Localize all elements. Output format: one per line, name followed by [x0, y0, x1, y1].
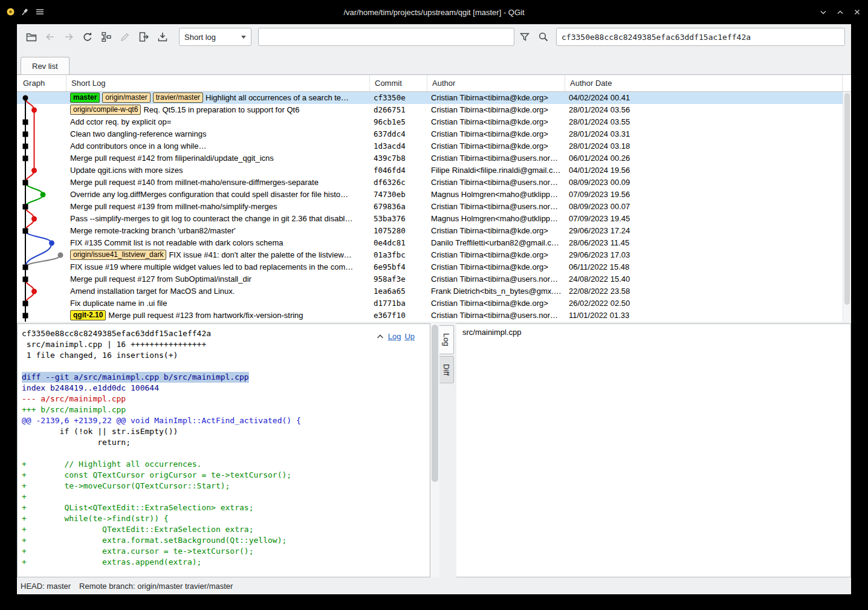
diff-line: @@ -2139,6 +2139,22 @@ void MainImpl::Ac…: [22, 415, 427, 426]
commit-row[interactable]: Add cctor req. by explicit op=96cb1e5Cri…: [17, 116, 851, 128]
commit-list: masterorigin/mastertravier/masterHighlig…: [17, 92, 851, 322]
ref-badge: master: [70, 92, 100, 103]
apply-patch-button[interactable]: [135, 28, 152, 45]
commit-row[interactable]: Merge remote-tracking branch 'urban82/ma…: [17, 225, 851, 237]
commit-subject-cell: Override any log.diffMerges configuratio…: [66, 189, 370, 201]
filter-icon[interactable]: [516, 28, 533, 45]
save-patch-button[interactable]: [154, 28, 171, 45]
forward-button[interactable]: [60, 28, 77, 45]
commit-author: Cristian Tibirna<tibirna@users.nor…: [427, 152, 565, 164]
view-mode-select[interactable]: Short log: [179, 28, 251, 46]
column-header-commit[interactable]: Commit: [370, 75, 427, 91]
column-header-short-log[interactable]: Short Log: [66, 75, 370, 91]
commit-row[interactable]: Amend installation target for MacOS and …: [17, 285, 851, 297]
menu-icon[interactable]: [35, 7, 45, 19]
column-header-author[interactable]: Author: [427, 75, 565, 91]
commit-subject-cell: Add cctor req. by explicit op=: [66, 116, 370, 128]
scrollbar-thumb[interactable]: [844, 93, 850, 305]
diff-line: + extras.append(extra);: [22, 557, 427, 568]
close-icon[interactable]: [852, 7, 862, 17]
search-icon[interactable]: [535, 28, 552, 45]
main-window: Short log Rev list Graph Short Log Commi…: [17, 24, 851, 594]
commit-row[interactable]: masterorigin/mastertravier/masterHighlig…: [17, 92, 851, 104]
diff-line: + extra.cursor = te->textCursor();: [22, 546, 427, 557]
commit-date: 07/09/2023 19.56: [565, 189, 851, 201]
commit-row[interactable]: origin/compile-w-qt6Req. Qt5.15 in prepa…: [17, 104, 851, 116]
commit-subject-cell: Merge pull request #142 from filiperinal…: [66, 152, 370, 164]
commit-subject-cell: Merge pull request #140 from millnet-mah…: [66, 177, 370, 189]
commit-row[interactable]: FIX issue #19 where multiple widget valu…: [17, 261, 851, 273]
commit-sha: 637ddc4: [370, 128, 427, 140]
commit-row[interactable]: Fix duplicate name in .ui filed1771baCri…: [17, 297, 851, 310]
diff-line: [22, 361, 427, 372]
commit-row[interactable]: qgit-2.10Merge pull request #123 from ha…: [17, 310, 851, 322]
commit-row[interactable]: FIX #135 Commit list is not readable wit…: [17, 237, 851, 249]
commit-subject: Pass --simplify-merges to git log to cou…: [70, 214, 353, 223]
filter-input[interactable]: [258, 28, 514, 46]
column-header-author-date[interactable]: Author Date: [565, 75, 843, 91]
commit-row[interactable]: Merge pull request #127 from SubOptimal/…: [17, 273, 851, 285]
tab-label: Rev list: [32, 62, 58, 71]
minimize-icon[interactable]: [818, 7, 828, 17]
commit-date: 26/02/2022 02.50: [565, 297, 851, 310]
commit-author: Cristian Tibirna<tibirna@users.nor…: [427, 177, 565, 189]
rev-list-scrollbar[interactable]: [843, 92, 851, 322]
commit-row[interactable]: Clean two dangling-reference warnings637…: [17, 128, 851, 140]
commit-row[interactable]: Update qgit.icns with more sizesf046fd4F…: [17, 164, 851, 177]
diff-scrollbar[interactable]: [430, 323, 439, 577]
commit-row[interactable]: Merge pull request #142 from filiperinal…: [17, 152, 851, 164]
graph-cell: [17, 237, 66, 249]
diff-line: [22, 448, 427, 459]
commit-subject: Merge remote-tracking branch 'urban82/ma…: [70, 226, 236, 235]
tab-diff[interactable]: Diff: [439, 356, 454, 383]
commit-date: 28/01/2024 03.56: [565, 104, 851, 116]
commit-subject-cell: origin/compile-w-qt6Req. Qt5.15 in prepa…: [66, 104, 370, 116]
up-link[interactable]: Up: [404, 332, 415, 341]
scroll-top-icon[interactable]: [376, 332, 384, 341]
commit-subject: FIX #135 Commit list is not readable wit…: [70, 238, 283, 247]
commit-date: 04/01/2024 19.56: [565, 164, 851, 177]
back-button[interactable]: [42, 28, 59, 45]
commit-row[interactable]: Merge pull request #140 from millnet-mah…: [17, 177, 851, 189]
graph-cell: [17, 225, 66, 237]
commit-row[interactable]: Pass --simplify-merges to git log to cou…: [17, 213, 851, 225]
diff-line: + // Highlight all occurrences.: [22, 459, 427, 470]
column-header-graph[interactable]: Graph: [17, 75, 66, 91]
commit-subject-cell: Merge remote-tracking branch 'urban82/ma…: [66, 225, 370, 237]
commit-sha: d266751: [370, 104, 427, 116]
commit-author: Cristian Tibirna<tibirna@kde.org>: [427, 128, 565, 140]
commit-row[interactable]: Override any log.diffMerges configuratio…: [17, 189, 851, 201]
commit-subject: Add contributors once in a long while…: [70, 141, 206, 151]
commit-sha: cf3350e: [370, 92, 427, 104]
graph-cell: [17, 201, 66, 213]
commit-sha: 1d3acd4: [370, 140, 427, 152]
maximize-icon[interactable]: [835, 7, 845, 17]
commit-sha: 6e95bf4: [370, 261, 427, 273]
open-repository-button[interactable]: [23, 28, 40, 45]
pin-icon[interactable]: [21, 7, 30, 19]
sha-input[interactable]: [556, 28, 845, 46]
ref-badge: travier/master: [153, 92, 203, 103]
commit-sha: 74730eb: [370, 189, 427, 201]
graph-cell: [17, 285, 66, 297]
tab-log[interactable]: Log: [439, 325, 454, 354]
file-list-item[interactable]: src/mainimpl.cpp: [462, 327, 844, 338]
chevron-down-icon: [241, 36, 246, 39]
commit-row[interactable]: Add contributors once in a long while…1d…: [17, 140, 851, 152]
commit-date: 28/01/2024 03.55: [565, 116, 851, 128]
commit-row[interactable]: origin/issue41_listview_darkFIX issue #4…: [17, 249, 851, 261]
diff-pane[interactable]: cf3350e88cc8c8249385efac63ddf15ac1eff42a…: [17, 323, 430, 577]
commit-author: Danilo Treffiletti<urban82@gmail.c…: [427, 237, 565, 249]
tab-rev-list[interactable]: Rev list: [21, 57, 70, 74]
commit-row[interactable]: Merge pull request #139 from millnet-mah…: [17, 201, 851, 213]
diff-scrollbar-thumb[interactable]: [432, 325, 438, 482]
commit-subject: Fix duplicate name in .ui file: [70, 299, 167, 308]
bottom-panes: cf3350e88cc8c8249385efac63ddf15ac1eff42a…: [17, 323, 851, 577]
diff-line: index b248419..e1dd0dc 100644: [22, 383, 427, 394]
commit-subject: Merge pull request #142 from filiperinal…: [70, 154, 274, 163]
edit-button[interactable]: [117, 28, 134, 45]
tree-view-button[interactable]: [98, 28, 115, 45]
commit-subject: Clean two dangling-reference warnings: [70, 129, 206, 138]
refresh-button[interactable]: [79, 28, 96, 45]
log-link[interactable]: Log: [388, 332, 401, 341]
